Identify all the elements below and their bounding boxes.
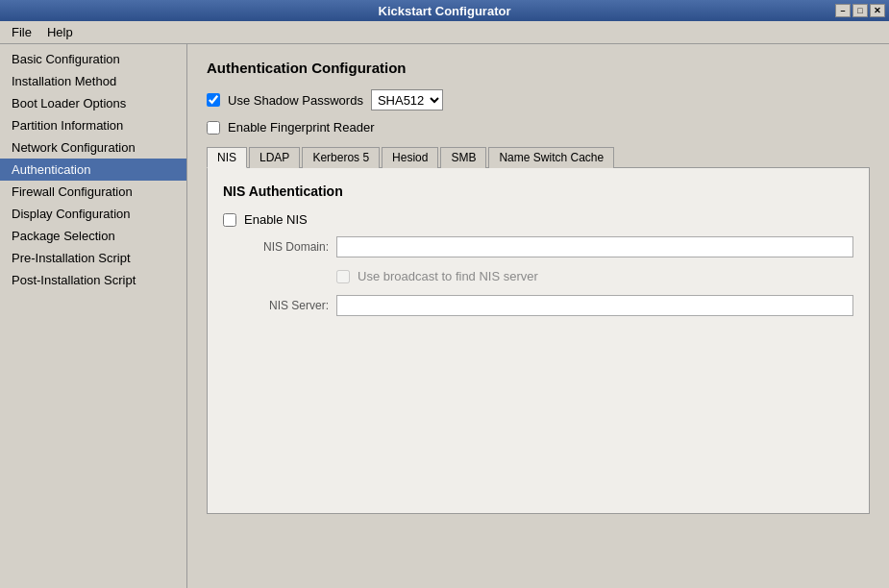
nis-server-label: NIS Server: <box>223 299 329 312</box>
fingerprint-reader-checkbox[interactable] <box>207 121 220 135</box>
maximize-button[interactable]: □ <box>852 4 868 17</box>
tab-ldap[interactable]: LDAP <box>249 147 300 168</box>
sidebar-item-display-configuration[interactable]: Display Configuration <box>0 203 186 225</box>
tab-nis[interactable]: NIS <box>207 147 247 168</box>
nis-domain-input[interactable] <box>336 236 853 257</box>
shadow-passwords-label: Use Shadow Passwords <box>228 93 363 108</box>
sidebar-item-partition-information[interactable]: Partition Information <box>0 114 186 136</box>
enable-nis-row: Enable NIS <box>223 212 853 227</box>
enable-nis-label: Enable NIS <box>244 212 308 227</box>
shadow-passwords-checkbox[interactable] <box>207 93 220 107</box>
main-content: Basic Configuration Installation Method … <box>0 44 889 588</box>
close-button[interactable]: ✕ <box>870 4 885 17</box>
nis-section-title: NIS Authentication <box>223 184 853 199</box>
tab-hesiod[interactable]: Hesiod <box>382 147 438 168</box>
minimize-button[interactable]: – <box>835 4 851 17</box>
nis-tab-content: NIS Authentication Enable NIS NIS Domain… <box>207 168 870 514</box>
use-broadcast-row: Use broadcast to find NIS server <box>223 269 853 283</box>
sidebar-item-authentication[interactable]: Authentication <box>0 159 186 181</box>
sidebar-item-pre-installation-script[interactable]: Pre-Installation Script <box>0 247 186 269</box>
sidebar-item-package-selection[interactable]: Package Selection <box>0 225 186 247</box>
sha-select[interactable]: SHA512 MD5 SHA256 <box>371 89 443 110</box>
fingerprint-reader-label: Enable Fingerprint Reader <box>228 120 374 135</box>
sidebar: Basic Configuration Installation Method … <box>0 44 187 588</box>
menu-bar: File Help <box>0 21 889 44</box>
tab-smb[interactable]: SMB <box>440 147 486 168</box>
nis-server-input[interactable] <box>336 295 853 316</box>
tab-name-switch-cache[interactable]: Name Switch Cache <box>488 147 614 168</box>
nis-domain-label: NIS Domain: <box>223 240 329 254</box>
sidebar-item-boot-loader-options[interactable]: Boot Loader Options <box>0 92 186 114</box>
nis-domain-row: NIS Domain: <box>223 236 853 257</box>
sidebar-item-installation-method[interactable]: Installation Method <box>0 70 186 92</box>
content-area: Authentication Configuration Use Shadow … <box>187 44 889 588</box>
title-bar: Kickstart Configurator – □ ✕ <box>0 0 889 21</box>
sidebar-item-post-installation-script[interactable]: Post-Installation Script <box>0 269 186 291</box>
tab-kerberos5[interactable]: Kerberos 5 <box>302 147 380 168</box>
sidebar-item-network-configuration[interactable]: Network Configuration <box>0 136 186 159</box>
sidebar-item-basic-configuration[interactable]: Basic Configuration <box>0 48 186 70</box>
tab-list: NIS LDAP Kerberos 5 Hesiod SMB Name Swit… <box>207 146 870 168</box>
use-broadcast-label: Use broadcast to find NIS server <box>358 269 538 283</box>
shadow-passwords-row: Use Shadow Passwords SHA512 MD5 SHA256 <box>207 89 870 110</box>
menu-file[interactable]: File <box>4 23 39 41</box>
tabs-container: NIS LDAP Kerberos 5 Hesiod SMB Name Swit… <box>207 146 870 514</box>
menu-help[interactable]: Help <box>39 23 81 41</box>
use-broadcast-checkbox[interactable] <box>336 270 350 283</box>
nis-server-row: NIS Server: <box>223 295 853 316</box>
section-title: Authentication Configuration <box>207 60 870 76</box>
title-bar-buttons: – □ ✕ <box>835 4 885 17</box>
sidebar-item-firewall-configuration[interactable]: Firewall Configuration <box>0 181 186 203</box>
enable-nis-checkbox[interactable] <box>223 213 236 227</box>
window-title: Kickstart Configurator <box>379 4 511 18</box>
fingerprint-reader-row: Enable Fingerprint Reader <box>207 120 870 135</box>
